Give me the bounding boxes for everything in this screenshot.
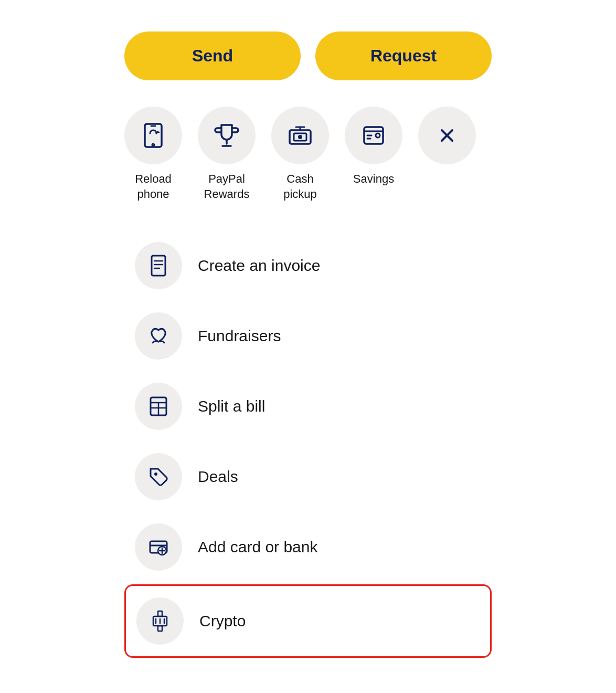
quick-action-close[interactable] [418, 107, 476, 172]
svg-point-21 [154, 472, 157, 476]
crypto-label: Crypto [199, 612, 246, 630]
top-buttons-row: Send Request [124, 32, 492, 80]
list-item-create-invoice[interactable]: Create an invoice [124, 230, 492, 301]
reload-phone-label: Reloadphone [135, 172, 172, 202]
trophy-icon-circle [198, 107, 256, 164]
cash-pickup-label: Cashpickup [283, 172, 317, 202]
main-container: Send Request Reloadphone [124, 32, 492, 658]
invoice-icon-circle [135, 242, 182, 289]
crypto-icon [148, 609, 172, 633]
fundraisers-icon-circle [135, 312, 182, 360]
close-icon [434, 123, 460, 148]
savings-label: Savings [353, 172, 394, 187]
quick-action-paypal-rewards[interactable]: PayPalRewards [198, 107, 256, 202]
crypto-icon-circle [136, 597, 184, 645]
split-bill-icon [146, 394, 171, 418]
paypal-rewards-label: PayPalRewards [204, 172, 250, 202]
add-card-bank-label: Add card or bank [198, 538, 317, 556]
svg-rect-27 [158, 626, 162, 631]
deals-label: Deals [198, 468, 238, 486]
split-bill-label: Split a bill [198, 397, 265, 415]
list-items-container: Create an invoice Fundraisers [124, 230, 492, 658]
svg-point-7 [376, 133, 380, 138]
send-button[interactable]: Send [124, 32, 301, 80]
list-item-deals[interactable]: Deals [124, 442, 492, 512]
fundraisers-label: Fundraisers [198, 327, 281, 345]
svg-point-5 [298, 135, 302, 139]
invoice-icon [146, 254, 171, 278]
cash-pickup-icon-circle [271, 107, 329, 164]
close-icon-circle [418, 107, 476, 164]
add-card-bank-icon-circle [135, 523, 182, 571]
quick-action-cash-pickup[interactable]: Cashpickup [271, 107, 329, 202]
svg-rect-26 [158, 611, 162, 616]
list-item-add-card-bank[interactable]: Add card or bank [124, 512, 492, 582]
quick-action-savings[interactable]: Savings [345, 107, 402, 187]
savings-icon [360, 122, 387, 149]
reload-phone-icon [140, 122, 167, 149]
list-item-fundraisers[interactable]: Fundraisers [124, 301, 492, 371]
split-bill-icon-circle [135, 383, 182, 430]
deals-icon-circle [135, 453, 182, 500]
request-button[interactable]: Request [315, 32, 492, 80]
list-item-split-bill[interactable]: Split a bill [124, 371, 492, 442]
quick-action-reload-phone[interactable]: Reloadphone [124, 107, 182, 202]
list-item-crypto[interactable]: Crypto [124, 584, 492, 658]
fundraisers-icon [146, 324, 171, 348]
add-card-bank-icon [146, 535, 171, 559]
savings-icon-circle [345, 107, 402, 164]
svg-rect-13 [152, 256, 165, 276]
create-invoice-label: Create an invoice [198, 257, 320, 275]
trophy-icon [213, 122, 240, 149]
quick-actions-row: Reloadphone PayPalRewards [124, 107, 492, 202]
reload-phone-icon-circle [124, 107, 182, 164]
cash-pickup-icon [286, 122, 314, 149]
deals-icon [146, 465, 171, 489]
